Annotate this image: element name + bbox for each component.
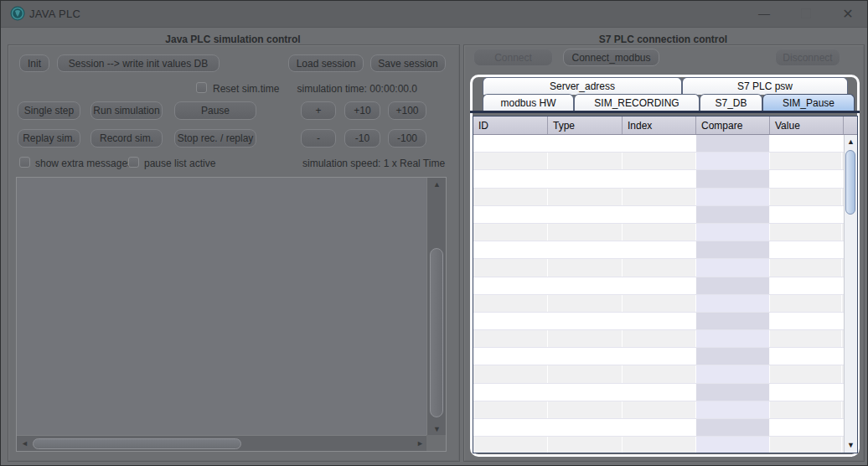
table-cell[interactable] xyxy=(696,189,770,205)
table-cell[interactable] xyxy=(548,330,623,347)
table-cell[interactable] xyxy=(548,206,623,223)
scroll-down-icon[interactable]: ▼ xyxy=(433,426,441,433)
table-cell[interactable] xyxy=(473,135,548,152)
scroll-up-icon[interactable]: ▲ xyxy=(433,181,441,189)
table-cell[interactable] xyxy=(548,401,623,418)
minimize-icon[interactable]: — xyxy=(745,1,783,27)
table-cell[interactable] xyxy=(770,135,842,152)
load-session-button[interactable]: Load session xyxy=(288,54,364,72)
table-cell[interactable] xyxy=(770,259,842,276)
tab-sim-recording[interactable]: SIM_RECORDING xyxy=(574,94,700,111)
table-cell[interactable] xyxy=(696,295,770,312)
record-sim-button[interactable]: Record sim. xyxy=(90,129,163,148)
session-write-init-values-button[interactable]: Session --> write init values DB xyxy=(57,54,220,72)
table-cell[interactable] xyxy=(623,437,696,453)
table-cell[interactable] xyxy=(696,277,770,294)
table-row[interactable] xyxy=(473,135,844,153)
table-cell[interactable] xyxy=(548,170,623,187)
minus-button[interactable]: - xyxy=(301,129,336,148)
table-cell[interactable] xyxy=(623,259,696,276)
plus100-button[interactable]: +100 xyxy=(388,101,426,120)
table-cell[interactable] xyxy=(473,224,548,241)
table-cell[interactable] xyxy=(770,170,842,187)
table-cell[interactable] xyxy=(548,224,623,241)
message-list[interactable]: ▲ ▼ ◄ ► xyxy=(16,177,447,452)
table-row[interactable] xyxy=(473,313,844,330)
table-cell[interactable] xyxy=(623,365,696,382)
pause-button[interactable]: Pause xyxy=(174,101,256,120)
horizontal-scrollbar[interactable]: ◄ ► xyxy=(17,435,428,451)
table-cell[interactable] xyxy=(696,170,770,187)
table-row[interactable] xyxy=(473,259,844,277)
table-cell[interactable] xyxy=(770,313,842,329)
table-row[interactable] xyxy=(473,330,844,348)
table-cell[interactable] xyxy=(473,384,548,401)
table-cell[interactable] xyxy=(473,170,548,187)
table-cell[interactable] xyxy=(623,419,696,436)
table-cell[interactable] xyxy=(770,206,842,223)
table-cell[interactable] xyxy=(548,365,623,382)
tab-modbus-hw[interactable]: modbus HW xyxy=(483,94,574,111)
table-cell[interactable] xyxy=(770,348,842,365)
table-scroll-thumb[interactable] xyxy=(845,150,855,215)
table-cell[interactable] xyxy=(696,135,770,152)
table-cell[interactable] xyxy=(548,295,623,312)
table-cell[interactable] xyxy=(696,348,770,365)
tab-server-adress[interactable]: Server_adress xyxy=(483,77,682,95)
table-cell[interactable] xyxy=(473,277,548,294)
table-row[interactable] xyxy=(473,277,844,295)
table-cell[interactable] xyxy=(770,277,842,294)
table-cell[interactable] xyxy=(548,259,623,276)
table-row[interactable] xyxy=(473,189,844,206)
table-cell[interactable] xyxy=(548,189,623,205)
minus10-button[interactable]: -10 xyxy=(344,129,380,148)
table-row[interactable] xyxy=(473,206,844,224)
table-vertical-scrollbar[interactable]: ▲ ▼ xyxy=(844,135,857,453)
column-header-id[interactable]: ID xyxy=(473,116,548,134)
table-cell[interactable] xyxy=(623,313,696,329)
table-cell[interactable] xyxy=(473,419,548,436)
connect-button[interactable]: Connect xyxy=(473,49,553,66)
table-cell[interactable] xyxy=(473,401,548,418)
table-cell[interactable] xyxy=(696,437,770,453)
vertical-scroll-thumb[interactable] xyxy=(430,248,443,417)
table-row[interactable] xyxy=(473,401,844,419)
table-cell[interactable] xyxy=(770,295,842,312)
table-cell[interactable] xyxy=(770,365,842,382)
table-cell[interactable] xyxy=(548,135,623,152)
table-row[interactable] xyxy=(473,153,844,170)
table-cell[interactable] xyxy=(473,206,548,223)
table-row[interactable] xyxy=(473,241,844,259)
table-cell[interactable] xyxy=(623,224,696,241)
table-scroll-up-icon[interactable]: ▲ xyxy=(847,138,855,146)
table-cell[interactable] xyxy=(473,189,548,205)
table-cell[interactable] xyxy=(696,330,770,347)
connect-modbus-button[interactable]: Connect_modbus xyxy=(563,49,659,66)
horizontal-scroll-thumb[interactable] xyxy=(33,438,241,449)
table-cell[interactable] xyxy=(473,330,548,347)
table-cell[interactable] xyxy=(623,277,696,294)
save-session-button[interactable]: Save session xyxy=(370,54,446,72)
maximize-icon[interactable] xyxy=(787,1,825,27)
table-scroll-down-icon[interactable]: ▼ xyxy=(847,442,855,449)
table-cell[interactable] xyxy=(696,224,770,241)
table-cell[interactable] xyxy=(473,313,548,329)
stop-rec-replay-button[interactable]: Stop rec. / replay xyxy=(174,129,256,148)
table-cell[interactable] xyxy=(623,330,696,347)
table-cell[interactable] xyxy=(473,241,548,258)
table-cell[interactable] xyxy=(696,401,770,418)
table-cell[interactable] xyxy=(696,365,770,382)
table-cell[interactable] xyxy=(548,277,623,294)
table-cell[interactable] xyxy=(623,170,696,187)
table-cell[interactable] xyxy=(770,330,842,347)
table-cell[interactable] xyxy=(473,365,548,382)
table-row[interactable] xyxy=(473,224,844,241)
table-cell[interactable] xyxy=(623,189,696,205)
s7-table-body[interactable] xyxy=(473,135,844,453)
run-simulation-button[interactable]: Run simulation xyxy=(90,101,163,120)
table-cell[interactable] xyxy=(548,241,623,258)
table-row[interactable] xyxy=(473,170,844,188)
pause-list-active-checkbox[interactable] xyxy=(128,157,139,168)
disconnect-button[interactable]: Disconnect xyxy=(775,49,840,66)
column-header-type[interactable]: Type xyxy=(548,116,623,134)
